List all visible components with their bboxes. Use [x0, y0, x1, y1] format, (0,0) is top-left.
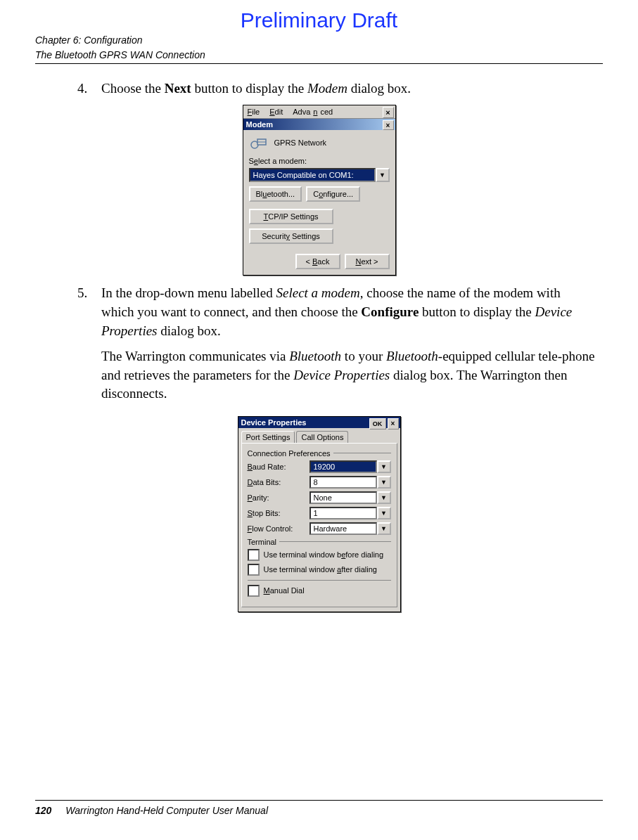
- modem-titlebar: Modem ×: [243, 119, 395, 130]
- databits-label: Data Bits:: [248, 478, 305, 486]
- modem-combo-value: Hayes Compatible on COM1:: [249, 168, 376, 182]
- tab-call-options[interactable]: Call Options: [296, 431, 348, 443]
- chk-before-row: Use terminal window before dialing: [248, 549, 391, 561]
- databits-combo[interactable]: 8 ▼: [310, 476, 391, 489]
- security-button[interactable]: Security Settings: [249, 228, 333, 244]
- next-button[interactable]: Next >: [345, 254, 390, 269]
- back-button[interactable]: < Back: [295, 254, 340, 269]
- flow-label: Flow Control:: [248, 524, 305, 533]
- modem-combo[interactable]: Hayes Compatible on COM1: ▼: [249, 168, 390, 182]
- page-number: 120: [35, 805, 51, 816]
- step-5-note: The Warrington communicates via Bluetoot…: [101, 347, 596, 403]
- databits-value: 8: [310, 476, 377, 489]
- step-4-text-pre: Choose the: [101, 81, 165, 96]
- header-chapter: Chapter 6: Configuration: [35, 34, 603, 47]
- stopbits-label: Stop Bits:: [248, 509, 305, 517]
- step-5: 5. In the drop-down menu labelled Select…: [77, 284, 596, 340]
- group-terminal: Terminal: [248, 538, 391, 546]
- menu-file[interactable]: File: [245, 107, 263, 117]
- tab-port-settings[interactable]: Port Settings: [241, 431, 295, 443]
- divider: [248, 580, 391, 581]
- flow-value: Hardware: [310, 522, 377, 535]
- step-4-ital: Modem: [307, 81, 347, 96]
- chevron-down-icon[interactable]: ▼: [377, 507, 391, 519]
- dp-titlebar: Device Properties OK ×: [238, 417, 400, 428]
- menu-edit[interactable]: Edit: [267, 107, 286, 117]
- step-4-text-mid: button to display the: [191, 81, 307, 96]
- modem-close-icon[interactable]: ×: [383, 120, 394, 130]
- menu-bar: File Edit Advanced ×: [243, 105, 395, 119]
- baud-value: 19200: [310, 460, 377, 473]
- network-name: GPRS Network: [274, 138, 327, 147]
- checkbox-before[interactable]: [248, 549, 260, 561]
- parity-value: None: [310, 491, 377, 504]
- header-section: The Bluetooth GPRS WAN Connection: [35, 49, 603, 62]
- step-5-number: 5.: [77, 284, 101, 340]
- chevron-down-icon[interactable]: ▼: [376, 168, 390, 182]
- chk-manual-label: Manual Dial: [264, 586, 305, 595]
- modem-title: Modem: [246, 120, 274, 129]
- tcpip-button[interactable]: TCP/IP Settings: [249, 209, 333, 224]
- step-4-number: 4.: [77, 79, 101, 98]
- chk-manual-row: Manual Dial: [248, 585, 391, 597]
- stopbits-value: 1: [310, 507, 377, 519]
- step-5-body: In the drop-down menu labelled Select a …: [101, 284, 596, 340]
- footer-rule: [35, 800, 603, 801]
- parity-combo[interactable]: None ▼: [310, 491, 391, 504]
- parity-label: Parity:: [248, 493, 305, 502]
- step-4: 4. Choose the Next button to display the…: [77, 79, 596, 98]
- baud-label: Baud Rate:: [248, 463, 305, 471]
- checkbox-manual[interactable]: [248, 585, 260, 597]
- group-connection: Connection Preferences: [248, 449, 391, 458]
- chk-after-row: Use terminal window after dialing: [248, 564, 391, 576]
- step-4-bold: Next: [165, 81, 191, 96]
- baud-combo[interactable]: 19200 ▼: [310, 460, 391, 473]
- dp-tab-panel: Connection Preferences Baud Rate: 19200 …: [241, 443, 397, 607]
- network-icon: [249, 134, 269, 151]
- dp-title: Device Properties: [241, 418, 307, 427]
- chk-after-label: Use terminal window after dialing: [264, 565, 377, 574]
- page-footer: 120 Warrington Hand-Held Computer User M…: [35, 805, 268, 816]
- bluetooth-button[interactable]: Bluetooth...: [249, 186, 302, 202]
- header-rule: [35, 63, 603, 64]
- dp-close-icon[interactable]: ×: [388, 418, 399, 429]
- chevron-down-icon[interactable]: ▼: [377, 491, 391, 504]
- modem-dialog: File Edit Advanced × Modem ×: [243, 105, 396, 276]
- ok-button[interactable]: OK: [369, 418, 386, 429]
- menubar-close-icon[interactable]: ×: [383, 107, 394, 118]
- chevron-down-icon[interactable]: ▼: [377, 522, 391, 535]
- flow-combo[interactable]: Hardware ▼: [310, 522, 391, 535]
- select-modem-label: Select a modem:: [249, 157, 390, 165]
- device-properties-dialog: Device Properties OK × Port Settings Cal…: [238, 416, 401, 612]
- chevron-down-icon[interactable]: ▼: [377, 476, 391, 489]
- menu-advanced-ul: n: [310, 107, 320, 117]
- menu-advanced[interactable]: Advanced: [290, 107, 336, 117]
- chk-before-label: Use terminal window before dialing: [264, 550, 384, 559]
- preliminary-draft: Preliminary Draft: [35, 8, 603, 32]
- chevron-down-icon[interactable]: ▼: [377, 460, 391, 473]
- footer-text: Warrington Hand-Held Computer User Manua…: [65, 805, 268, 816]
- step-4-text-post: dialog box.: [347, 81, 411, 96]
- step-4-body: Choose the Next button to display the Mo…: [101, 79, 596, 98]
- dp-tabs: Port Settings Call Options: [238, 428, 400, 443]
- stopbits-combo[interactable]: 1 ▼: [310, 507, 391, 519]
- configure-button[interactable]: Configure...: [306, 186, 360, 202]
- checkbox-after[interactable]: [248, 564, 260, 576]
